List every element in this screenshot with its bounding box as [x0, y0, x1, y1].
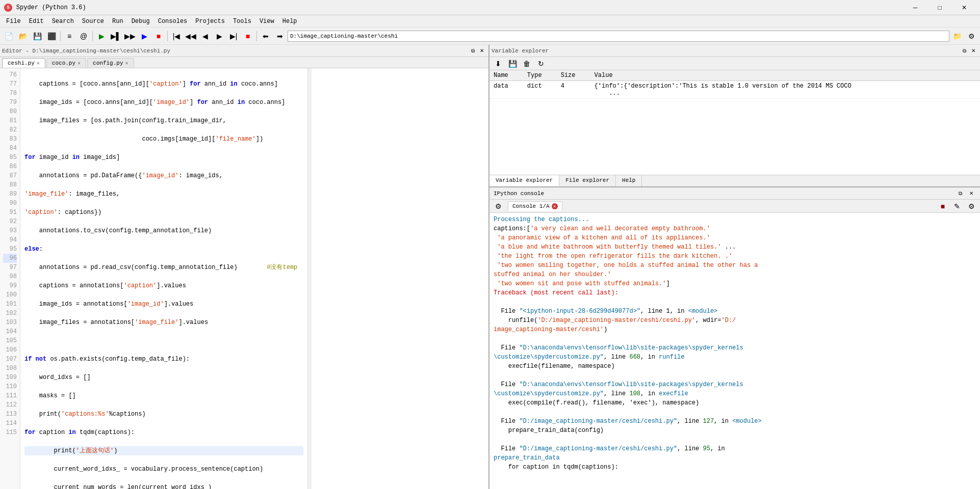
run-button[interactable]: ▶: [95, 30, 108, 43]
debug-next-button[interactable]: ▶: [213, 30, 226, 43]
editor-undock-button[interactable]: ⧉: [468, 46, 477, 56]
debug-first-button[interactable]: |◀: [170, 30, 183, 43]
menu-run[interactable]: Run: [108, 15, 127, 27]
new-file-button[interactable]: 📄: [2, 30, 15, 43]
var-import-button[interactable]: ⬇: [492, 57, 505, 70]
menu-debug[interactable]: Debug: [127, 15, 154, 27]
nav-fwd-button[interactable]: ➡: [273, 30, 287, 43]
minimize-button[interactable]: ─: [904, 0, 927, 15]
menu-projects[interactable]: Projects: [191, 15, 229, 27]
col-size: Size: [557, 70, 590, 81]
variable-table: Name Type Size Value data dict 4 {'info'…: [489, 70, 980, 175]
var-explorer-title: Variable explorer: [492, 48, 960, 54]
right-panel: Variable explorer ⧉ ✕ ⬇ 💾 🗑 ↻ Name Type …: [489, 45, 980, 489]
line-76: captions = [coco.anns[ann_id]['caption']…: [24, 79, 303, 89]
var-refresh-button[interactable]: ↻: [534, 57, 548, 70]
console-output[interactable]: Processing the captions... captions:['a …: [489, 213, 980, 489]
app-title: Spyder (Python 3.6): [16, 4, 904, 11]
save-file-button[interactable]: 💾: [31, 30, 44, 43]
nav-back-button[interactable]: ⬅: [259, 30, 272, 43]
open-file-button[interactable]: 📂: [16, 30, 30, 43]
line-88: image_ids = annotations['image_id'].valu…: [24, 300, 303, 309]
menu-help[interactable]: Help: [278, 15, 301, 27]
debug-last-button[interactable]: ▶|: [227, 30, 240, 43]
console-tabs: Console 1/A ✕: [506, 201, 935, 211]
ipython-console: IPython console ⧉ ✕ ⚙ Console 1/A ✕ ■ ✎ …: [489, 187, 980, 489]
tab-file-explorer[interactable]: File explorer: [559, 175, 616, 186]
menu-consoles[interactable]: Consoles: [154, 15, 192, 27]
line-80: for image_id in image_ids]: [24, 153, 303, 162]
menu-edit[interactable]: Edit: [25, 15, 48, 27]
line-98: current_num_words = len(current_word_idx…: [24, 483, 303, 489]
col-value: Value: [590, 70, 980, 81]
preferences-button[interactable]: ≡: [63, 30, 76, 43]
line-78: image_files = [os.path.join(config.train…: [24, 116, 303, 125]
ipython-close-button[interactable]: ✕: [967, 189, 976, 198]
console-tab-1[interactable]: Console 1/A ✕: [508, 201, 562, 211]
console-tab-close[interactable]: ✕: [552, 203, 558, 209]
debug-run-button[interactable]: ▶: [138, 30, 151, 43]
maximize-button[interactable]: □: [928, 0, 951, 15]
run-cell-button[interactable]: ▶▌: [109, 30, 122, 43]
menu-bar: File Edit Search Source Run Debug Consol…: [0, 15, 980, 28]
code-content: captions = [coco.anns[ann_id]['caption']…: [20, 68, 307, 489]
tab-coco-close[interactable]: ✕: [78, 60, 81, 66]
line-77: image_ids = [coco.anns[ann_id]['image_id…: [24, 98, 303, 107]
menu-view[interactable]: View: [255, 15, 278, 27]
path-input[interactable]: [288, 31, 949, 42]
run-cell-advance-button[interactable]: ▶▶: [123, 30, 137, 43]
table-row[interactable]: data dict 4 {'info':{'description':'This…: [489, 81, 980, 99]
console-interrupt-button[interactable]: ■: [936, 200, 949, 213]
var-reset-button[interactable]: 🗑: [520, 57, 533, 70]
tab-variable-explorer[interactable]: Variable explorer: [489, 175, 559, 186]
debug-prev-button[interactable]: ◀◀: [184, 30, 197, 43]
line-numbers: 7677787980 8182838485 8687888990 9192939…: [0, 68, 20, 489]
at-button[interactable]: @: [77, 30, 90, 43]
menu-tools[interactable]: Tools: [229, 15, 255, 27]
window-controls: ─ □ ✕: [904, 0, 976, 15]
line-93: masks = []: [24, 391, 303, 400]
tab-ceshi-close[interactable]: ✕: [37, 60, 40, 66]
debug-stop-button[interactable]: ■: [241, 30, 254, 43]
editor-close-button[interactable]: ✕: [477, 46, 486, 56]
tab-coco-label: coco.py: [52, 60, 75, 66]
tab-config[interactable]: config.py ✕: [87, 58, 134, 68]
line-79: coco.imgs[image_id]['file_name']): [24, 134, 303, 144]
debug-step-button[interactable]: ◀: [198, 30, 212, 43]
toolbar-sep-4: [256, 31, 257, 41]
var-data-table: Name Type Size Value data dict 4 {'info'…: [489, 70, 980, 99]
var-explorer-undock-button[interactable]: ⧉: [960, 46, 969, 56]
line-96: print('上面这句话'): [24, 446, 303, 455]
console-options-button[interactable]: ⚙: [492, 200, 505, 213]
tab-ceshi[interactable]: ceshi.py ✕: [2, 58, 45, 68]
path-options-button[interactable]: ⚙: [965, 30, 978, 43]
var-save-button[interactable]: 💾: [506, 57, 519, 70]
split-layout: Editor - D:\image_captioning-master\cesh…: [0, 45, 980, 489]
console-toolbar: ⚙ Console 1/A ✕ ■ ✎ ⚙: [489, 200, 980, 213]
stop-button[interactable]: ■: [152, 30, 165, 43]
title-bar: S Spyder (Python 3.6) ─ □ ✕: [0, 0, 980, 15]
menu-file[interactable]: File: [2, 15, 25, 27]
var-toolbar: ⬇ 💾 🗑 ↻: [489, 57, 980, 70]
menu-source[interactable]: Source: [78, 15, 108, 27]
tab-help[interactable]: Help: [616, 175, 642, 186]
console-settings-button[interactable]: ⚙: [965, 200, 978, 213]
tab-config-label: config.py: [93, 60, 123, 66]
menu-search[interactable]: Search: [48, 15, 78, 27]
var-size: 4: [557, 81, 590, 99]
editor-scroll[interactable]: 7677787980 8182838485 8687888990 9192939…: [0, 68, 488, 489]
close-button[interactable]: ✕: [952, 0, 976, 15]
tab-config-close[interactable]: ✕: [125, 60, 128, 66]
line-84: annotations.to_csv(config.temp_annotatio…: [24, 226, 303, 235]
toolbar-sep-1: [60, 31, 61, 41]
ipython-undock-button[interactable]: ⧉: [956, 189, 965, 198]
line-86: annotations = pd.read_csv(config.temp_an…: [24, 263, 303, 272]
toolbar: 📄 📂 💾 ⬛ ≡ @ ▶ ▶▌ ▶▶ ▶ ■ |◀ ◀◀ ◀ ▶ ▶| ■ ⬅…: [0, 28, 980, 45]
var-explorer-close-button[interactable]: ✕: [969, 46, 978, 56]
console-edit-button[interactable]: ✎: [950, 200, 964, 213]
ipython-header: IPython console ⧉ ✕: [489, 187, 980, 200]
path-go-button[interactable]: 📁: [950, 30, 964, 43]
editor-scrollbar[interactable]: [307, 68, 312, 489]
tab-coco[interactable]: coco.py ✕: [46, 58, 86, 68]
save-all-button[interactable]: ⬛: [45, 30, 58, 43]
